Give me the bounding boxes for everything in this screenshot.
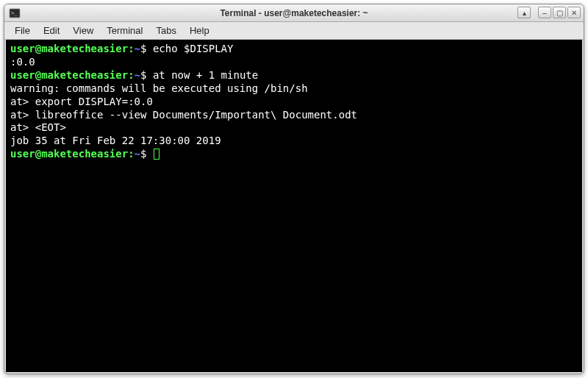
- menu-help[interactable]: Help: [184, 24, 215, 38]
- prompt-separator: :: [128, 148, 134, 160]
- prompt-cwd: ~: [135, 69, 140, 81]
- prompt-symbol: $: [140, 43, 153, 54]
- prompt-cwd: ~: [135, 148, 140, 160]
- menubar: File Edit View Terminal Tabs Help: [4, 22, 584, 40]
- prompt-cwd: ~: [135, 43, 140, 54]
- terminal-app-icon: >_: [9, 7, 21, 19]
- menu-file[interactable]: File: [9, 24, 36, 38]
- titlebar[interactable]: >_ Terminal - user@maketecheasier: ~ ▴ –…: [4, 4, 584, 22]
- svg-text:>_: >_: [11, 10, 18, 16]
- terminal-command: at now + 1 minute: [153, 69, 258, 81]
- terminal-prompt-line: user@maketecheasier:~$: [10, 148, 578, 161]
- menu-terminal[interactable]: Terminal: [101, 24, 148, 38]
- rollup-button[interactable]: ▴: [517, 7, 531, 18]
- minimize-button[interactable]: –: [538, 7, 551, 18]
- prompt-user-host: user@maketecheasier: [10, 148, 128, 160]
- cursor: [154, 149, 159, 160]
- menu-edit[interactable]: Edit: [37, 24, 65, 38]
- prompt-symbol: $: [140, 69, 153, 81]
- menu-view[interactable]: View: [67, 24, 99, 38]
- prompt-user-host: user@maketecheasier: [10, 69, 128, 81]
- prompt-separator: :: [128, 69, 134, 81]
- close-button[interactable]: ✕: [567, 7, 581, 18]
- terminal-output-line: at> <EOT>: [10, 121, 578, 135]
- terminal-output-line: :0.0: [10, 56, 578, 69]
- terminal-output-line: at> export DISPLAY=:0.0: [10, 96, 578, 109]
- maximize-button[interactable]: ▢: [553, 7, 566, 18]
- menu-tabs[interactable]: Tabs: [150, 24, 182, 38]
- terminal-viewport[interactable]: user@maketecheasier:~$ echo $DISPLAY:0.0…: [6, 40, 582, 372]
- prompt-separator: :: [128, 43, 134, 54]
- window-title: Terminal - user@maketecheasier: ~: [4, 8, 584, 18]
- terminal-prompt-line: user@maketecheasier:~$ at now + 1 minute: [10, 69, 578, 82]
- terminal-output-line: job 35 at Fri Feb 22 17:30:00 2019: [10, 135, 578, 148]
- prompt-user-host: user@maketecheasier: [10, 43, 128, 54]
- terminal-command: echo $DISPLAY: [153, 43, 234, 54]
- terminal-output-line: warning: commands will be executed using…: [10, 82, 578, 96]
- terminal-output-line: at> libreoffice --view Documents/Importa…: [10, 109, 578, 122]
- window-controls: ▴ – ▢ ✕: [516, 7, 581, 18]
- prompt-symbol: $: [140, 148, 153, 160]
- terminal-window: >_ Terminal - user@maketecheasier: ~ ▴ –…: [4, 4, 584, 374]
- terminal-prompt-line: user@maketecheasier:~$ echo $DISPLAY: [10, 43, 578, 56]
